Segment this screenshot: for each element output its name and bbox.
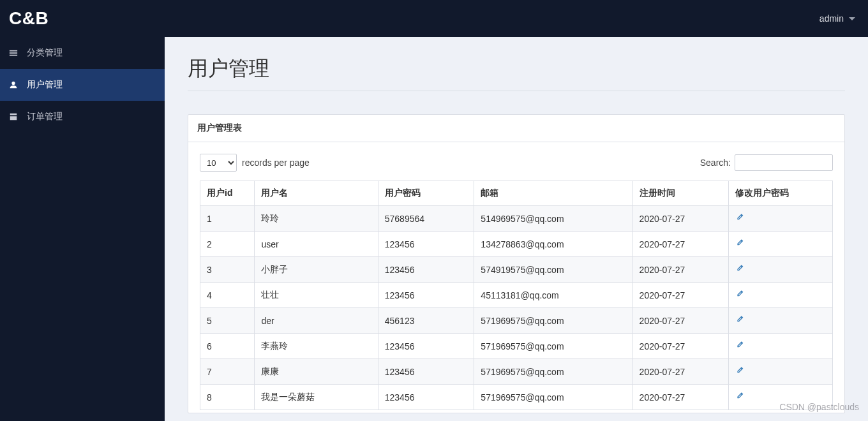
panel-body: 10 records per page Search: 用户id 用户名: [188, 142, 844, 413]
edit-icon[interactable]: [735, 366, 745, 376]
cell-id: 6: [200, 334, 255, 359]
cell-regdate: 2020-07-27: [632, 334, 729, 359]
search-label: Search:: [700, 158, 731, 168]
table-row: 5der456123571969575@qq.com2020-07-27: [200, 308, 833, 334]
cell-email: 574919575@qq.com: [474, 257, 632, 283]
sidebar-item-user[interactable]: 用户管理: [0, 69, 165, 101]
table-row: 6李燕玲123456571969575@qq.com2020-07-27: [200, 334, 833, 359]
search-input[interactable]: [735, 154, 833, 171]
cell-id: 5: [200, 308, 255, 334]
cell-email: 134278863@qq.com: [474, 232, 632, 257]
cell-action: [729, 385, 833, 410]
cell-password: 123456: [378, 257, 474, 283]
cell-action: [729, 257, 833, 283]
cell-regdate: 2020-07-27: [632, 359, 729, 385]
user-icon: [9, 80, 18, 89]
cell-username: 李燕玲: [255, 334, 378, 359]
cell-id: 7: [200, 359, 255, 385]
menu-icon: [9, 48, 18, 57]
table-header-row: 用户id 用户名 用户密码 邮箱 注册时间 修改用户密码: [200, 181, 833, 206]
cell-action: [729, 283, 833, 308]
edit-icon[interactable]: [735, 212, 745, 223]
table-row: 4壮壮12345645113181@qq.com2020-07-27: [200, 283, 833, 308]
cell-id: 1: [200, 206, 255, 232]
main-content: 用户管理 用户管理表 10 records per page Search:: [165, 37, 868, 421]
caret-down-icon: [849, 17, 855, 20]
edit-icon[interactable]: [735, 314, 745, 325]
cell-email: 45113181@qq.com: [474, 283, 632, 308]
table-row: 2user123456134278863@qq.com2020-07-27: [200, 232, 833, 257]
cell-id: 4: [200, 283, 255, 308]
order-icon: [9, 112, 18, 121]
cell-email: 514969575@qq.com: [474, 206, 632, 232]
cell-username: 壮壮: [255, 283, 378, 308]
sidebar-item-label: 分类管理: [27, 47, 63, 59]
cell-id: 8: [200, 385, 255, 410]
cell-password: 123456: [378, 283, 474, 308]
table-row: 3小胖子123456574919575@qq.com2020-07-27: [200, 257, 833, 283]
edit-icon[interactable]: [735, 289, 745, 299]
cell-password: 123456: [378, 232, 474, 257]
cell-email: 571969575@qq.com: [474, 308, 632, 334]
panel: 用户管理表 10 records per page Search:: [188, 114, 845, 413]
col-header-password[interactable]: 用户密码: [378, 181, 474, 206]
cell-regdate: 2020-07-27: [632, 385, 729, 410]
cell-email: 571969575@qq.com: [474, 334, 632, 359]
cell-password: 456123: [378, 308, 474, 334]
panel-title: 用户管理表: [188, 115, 844, 142]
cell-username: 康康: [255, 359, 378, 385]
cell-action: [729, 308, 833, 334]
col-header-id[interactable]: 用户id: [200, 181, 255, 206]
col-header-action[interactable]: 修改用户密码: [729, 181, 833, 206]
user-menu[interactable]: admin: [819, 13, 855, 24]
cell-action: [729, 334, 833, 359]
cell-username: 小胖子: [255, 257, 378, 283]
table-row: 8我是一朵蘑菇123456571969575@qq.com2020-07-27: [200, 385, 833, 410]
page-size-select[interactable]: 10: [200, 154, 237, 172]
table-row: 7康康123456571969575@qq.com2020-07-27: [200, 359, 833, 385]
current-username: admin: [819, 13, 844, 24]
cell-regdate: 2020-07-27: [632, 283, 729, 308]
cell-password: 123456: [378, 359, 474, 385]
topbar: C&B admin: [0, 0, 868, 37]
sidebar: 分类管理 用户管理 订单管理: [0, 37, 165, 421]
cell-action: [729, 206, 833, 232]
cell-email: 571969575@qq.com: [474, 385, 632, 410]
cell-action: [729, 359, 833, 385]
cell-password: 123456: [378, 385, 474, 410]
cell-password: 57689564: [378, 206, 474, 232]
page-title: 用户管理: [188, 55, 845, 83]
sidebar-item-label: 用户管理: [27, 79, 63, 91]
cell-regdate: 2020-07-27: [632, 308, 729, 334]
sidebar-item-category[interactable]: 分类管理: [0, 37, 165, 69]
cell-id: 3: [200, 257, 255, 283]
cell-username: user: [255, 232, 378, 257]
cell-regdate: 2020-07-27: [632, 206, 729, 232]
user-table: 用户id 用户名 用户密码 邮箱 注册时间 修改用户密码 1玲玲57689564…: [200, 181, 833, 410]
cell-password: 123456: [378, 334, 474, 359]
cell-id: 2: [200, 232, 255, 257]
cell-username: 玲玲: [255, 206, 378, 232]
cell-regdate: 2020-07-27: [632, 257, 729, 283]
edit-icon[interactable]: [735, 238, 745, 248]
page-size-label: records per page: [242, 158, 310, 168]
sidebar-item-label: 订单管理: [27, 111, 63, 122]
edit-icon[interactable]: [735, 391, 745, 401]
sidebar-item-order[interactable]: 订单管理: [0, 101, 165, 133]
col-header-regdate[interactable]: 注册时间: [632, 181, 729, 206]
cell-username: der: [255, 308, 378, 334]
table-toolbar: 10 records per page Search:: [200, 154, 833, 172]
divider: [188, 91, 845, 91]
brand-logo: C&B: [9, 8, 49, 29]
cell-username: 我是一朵蘑菇: [255, 385, 378, 410]
cell-action: [729, 232, 833, 257]
table-row: 1玲玲57689564514969575@qq.com2020-07-27: [200, 206, 833, 232]
edit-icon[interactable]: [735, 263, 745, 274]
cell-regdate: 2020-07-27: [632, 232, 729, 257]
cell-email: 571969575@qq.com: [474, 359, 632, 385]
edit-icon[interactable]: [735, 340, 745, 350]
col-header-username[interactable]: 用户名: [255, 181, 378, 206]
col-header-email[interactable]: 邮箱: [474, 181, 632, 206]
